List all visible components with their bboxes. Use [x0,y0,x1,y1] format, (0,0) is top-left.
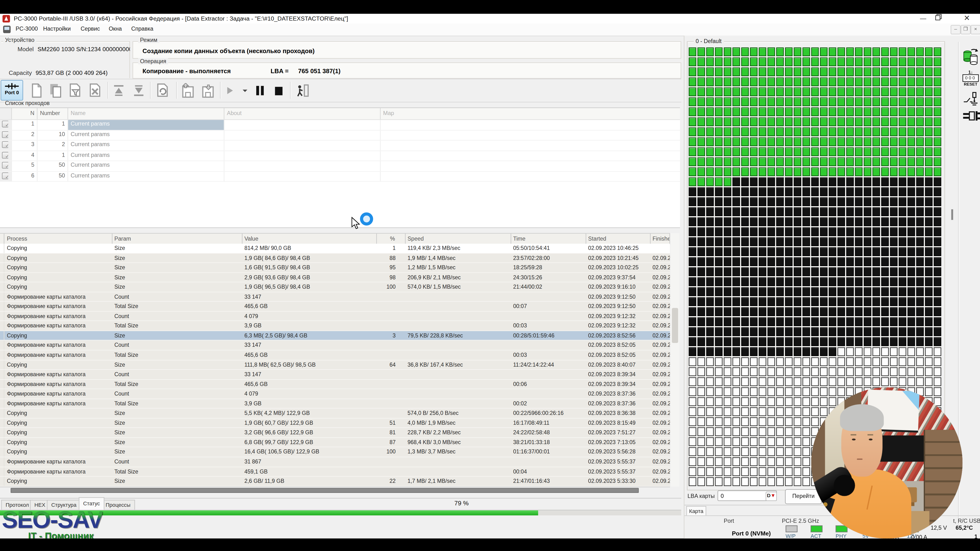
map-scrollbar-thumb[interactable] [951,209,953,220]
pass-checkbox[interactable]: ✓ [2,141,9,148]
process-row[interactable]: CopyingSize1,9 GB( 84,6 GB)/ 98,4 GB881,… [0,253,670,263]
pass-checkbox[interactable]: ✓ [2,172,9,179]
mdi-minimize-button[interactable]: – [951,25,961,34]
process-row[interactable]: Формирование карты каталогаCount33 14702… [0,370,670,380]
process-row[interactable]: CopyingSize1,6 GB( 91,5 GB)/ 98,4 GB951,… [0,263,670,273]
pass-row[interactable]: ✓550Current params [0,161,680,171]
pass-checkbox[interactable]: ✓ [2,151,9,158]
process-row[interactable]: Формирование карты каталогаTotal Size465… [0,351,670,360]
title-bar[interactable]: PC-3000 Portable-III /USB 3.0/ (x64) - Р… [0,14,980,24]
filter-pass-button[interactable] [67,83,83,98]
process-row[interactable]: Формирование карты каталогаTotal Size465… [0,302,670,311]
port-select-button[interactable]: Port 0 [1,80,23,100]
process-row[interactable]: Формирование карты каталогаCount4 07902.… [0,311,670,321]
process-row[interactable]: Формирование карты каталогаCount33 14702… [0,292,670,302]
process-row[interactable]: CopyingSize6,8 GB( 99,7 GB)/ 122,9 GB879… [0,438,670,448]
restore-button[interactable] [935,14,954,24]
pass-col-about[interactable]: About [224,108,381,119]
disk-copy-button[interactable] [963,48,979,67]
process-col-speed[interactable]: Speed [406,233,511,244]
pass-col-n[interactable]: N [12,108,38,119]
process-col-time[interactable]: Time [511,233,586,244]
pass-row[interactable]: ✓41Current params [0,151,680,161]
process-row[interactable]: Формирование карты каталогаTotal Size459… [0,467,670,477]
process-col-value[interactable]: Value [243,233,377,244]
move-top-button[interactable] [111,83,126,98]
pass-col-map[interactable]: Map [381,108,504,119]
lba-dec-hex-button[interactable]: D▼ [765,492,777,501]
reset-counter-button[interactable]: 1↓ 000 RESET [963,70,979,86]
vertical-scrollbar[interactable] [671,233,679,487]
start-button[interactable] [224,83,235,98]
pass-col-number[interactable]: Number [38,108,68,119]
process-row[interactable]: CopyingSize2,9 GB( 93,6 GB)/ 98,4 GB9820… [0,273,670,283]
copy-pass-button[interactable] [48,83,63,98]
refresh-pass-button[interactable] [155,83,170,98]
pass-checkbox[interactable]: ✓ [2,162,9,169]
connector-button[interactable] [963,111,979,122]
mdi-restore-button[interactable]: ❐ [961,25,970,34]
minimize-button[interactable]: — [914,14,932,24]
tab-map[interactable]: Карта [686,506,706,515]
process-col-process[interactable]: Process [4,233,113,244]
process-col-started[interactable]: Started [586,233,651,244]
process-row[interactable]: CopyingSize16,4 GB( 106,5 GB)/ 122,9 GB1… [0,448,670,457]
tab-processes[interactable]: Процессы [101,500,135,510]
process-row[interactable]: CopyingSize6,3 MB( 2,5 GB)/ 98,4 GB379,5… [0,331,670,341]
process-row[interactable]: Формирование карты каталогаCount31 86702… [0,457,670,467]
start-options-button[interactable] [241,83,248,98]
pass-col-name[interactable]: Name [68,108,224,119]
map-block-pending [776,187,784,196]
process-row[interactable]: CopyingSize1,9 GB( 96,5 GB)/ 98,4 GB1005… [0,283,670,292]
map-block-copied [724,127,731,136]
process-row[interactable]: Формирование карты каталогаCount4 07902.… [0,389,670,399]
map-block-pending [750,297,757,306]
map-block-empty [934,367,941,376]
process-row[interactable]: CopyingSize1,9 GB( 60,7 GB)/ 122,9 GB514… [0,419,670,428]
process-row[interactable]: Формирование карты каталогаTotal Size3,9… [0,321,670,331]
process-row[interactable]: CopyingSize814,2 MB/ 90,0 GB1119,4 KB/ 2… [0,244,670,254]
pass-row[interactable]: ✓32Current params [0,141,680,151]
new-pass-button[interactable] [29,83,44,98]
pass-checkbox[interactable]: ✓ [2,121,9,127]
map-block-empty [934,377,941,386]
map-block-empty [811,407,819,416]
map-block-pending [741,227,749,236]
close-button[interactable]: ✕ [958,14,976,24]
menu-service[interactable]: Сервис [81,25,100,32]
process-col-param[interactable]: Param [113,233,242,244]
process-col-finished[interactable]: Finished [651,233,670,244]
process-row[interactable]: CopyingSize2,6 GB/ 11,9 GB221,7 MB/ 2,1 … [0,476,670,486]
import-map-button[interactable] [180,83,195,98]
menu-pc3000[interactable]: PC-3000 [16,25,38,32]
exit-task-button[interactable] [295,83,310,98]
go-button[interactable]: Перейти [785,489,822,504]
move-bottom-button[interactable] [131,83,146,98]
process-row[interactable]: Формирование карты каталогаCount33 14702… [0,341,670,351]
process-row[interactable]: CopyingSize3,2 GB( 96,6 GB)/ 122,9 GB812… [0,428,670,438]
horizontal-scrollbar-thumb[interactable] [11,488,639,493]
pass-checkbox[interactable]: ✓ [2,131,9,138]
process-row[interactable]: CopyingSize5,5 KB( 4,2 MB)/ 122,9 GB574,… [0,409,670,419]
export-map-button[interactable] [200,83,215,98]
process-cell-time: 00:03 [511,321,586,330]
map-block-pending [811,197,819,206]
menu-settings[interactable]: Настройки [43,25,71,32]
pause-button[interactable] [252,83,267,98]
horizontal-scrollbar[interactable] [0,487,670,494]
stop-button[interactable] [271,83,286,98]
vertical-scrollbar-thumb[interactable] [672,308,678,343]
menu-windows[interactable]: Окна [109,25,122,32]
process-row[interactable]: Формирование карты каталогаTotal Size3,9… [0,399,670,409]
pass-row[interactable]: ✓210Current params [0,130,680,141]
process-row[interactable]: CopyingSize111,8 MB( 62,5 GB)/ 98,5 GB64… [0,360,670,370]
menu-help[interactable]: Справка [131,25,153,32]
process-cell-speed: 4,0 MB/ 1,9 MB/sec [406,419,511,427]
delete-pass-button[interactable] [88,83,103,98]
pass-row[interactable]: ✓11Current params [0,120,680,130]
process-col-pct[interactable]: % [377,233,406,244]
mdi-close-button[interactable]: × [970,25,980,34]
process-row[interactable]: Формирование карты каталогаTotal Size465… [0,380,670,389]
power-control-button[interactable] [963,91,979,107]
pass-row[interactable]: ✓650Current params [0,171,680,182]
